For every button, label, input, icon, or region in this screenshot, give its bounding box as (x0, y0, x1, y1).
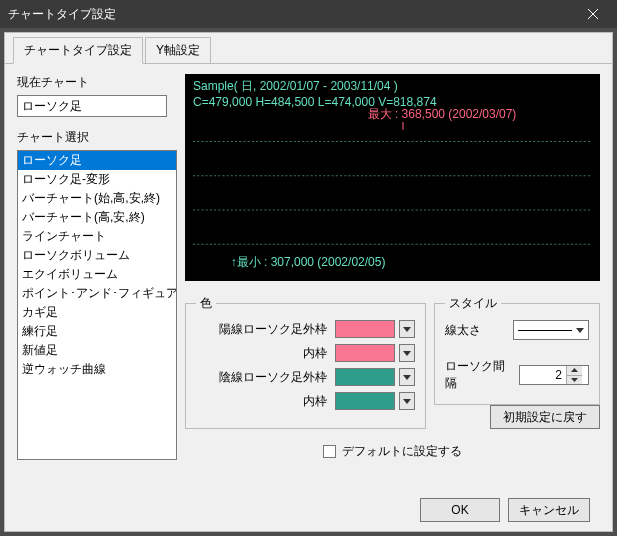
up-outer-color[interactable] (335, 320, 395, 338)
chart-type-item[interactable]: ローソク足 (18, 151, 176, 170)
chart-select-label: チャート選択 (17, 129, 177, 146)
down-outer-dropdown[interactable] (399, 368, 415, 386)
spin-down[interactable] (567, 376, 582, 385)
down-outer-color[interactable] (335, 368, 395, 386)
restore-defaults-button[interactable]: 初期設定に戻す (490, 405, 600, 429)
set-default-label: デフォルトに設定する (342, 443, 462, 460)
line-thickness-select[interactable] (513, 320, 589, 340)
up-inner-dropdown[interactable] (399, 344, 415, 362)
down-inner-dropdown[interactable] (399, 392, 415, 410)
chart-preview: Sample( 日, 2002/01/07 - 2003/11/04 ) C=4… (185, 74, 600, 281)
style-legend: スタイル (445, 295, 501, 312)
preview-title-line: Sample( 日, 2002/01/07 - 2003/11/04 ) (193, 78, 592, 95)
title-bar: チャートタイプ設定 (0, 0, 617, 28)
chart-type-item[interactable]: バーチャート(高,安,終) (18, 208, 176, 227)
candle-spacing-input[interactable] (520, 366, 566, 384)
chart-type-item[interactable]: バーチャート(始,高,安,終) (18, 189, 176, 208)
chart-type-list[interactable]: ローソク足ローソク足-変形バーチャート(始,高,安,終)バーチャート(高,安,終… (17, 150, 177, 460)
down-outer-label: 陰線ローソク足外枠 (196, 369, 331, 386)
cancel-button[interactable]: キャンセル (508, 498, 590, 522)
spin-up[interactable] (567, 366, 582, 376)
close-button[interactable] (577, 2, 609, 26)
down-inner-color[interactable] (335, 392, 395, 410)
up-outer-label: 陽線ローソク足外枠 (196, 321, 331, 338)
tab-y-axis[interactable]: Y軸設定 (145, 37, 211, 63)
tab-bar: チャートタイプ設定 Y軸設定 (5, 33, 612, 64)
set-default-checkbox[interactable] (323, 445, 336, 458)
chart-type-item[interactable]: カギ足 (18, 303, 176, 322)
ok-button[interactable]: OK (420, 498, 500, 522)
chart-type-item[interactable]: 新値足 (18, 341, 176, 360)
up-inner-label: 内枠 (196, 345, 331, 362)
down-inner-label: 内枠 (196, 393, 331, 410)
chart-type-item[interactable]: ローソクボリューム (18, 246, 176, 265)
up-inner-color[interactable] (335, 344, 395, 362)
current-chart-label: 現在チャート (17, 74, 177, 91)
chart-type-item[interactable]: ラインチャート (18, 227, 176, 246)
candle-spacing-spinner[interactable] (519, 365, 589, 385)
chart-type-item[interactable]: ローソク足-変形 (18, 170, 176, 189)
color-legend: 色 (196, 295, 216, 312)
candle-spacing-label: ローソク間隔 (445, 358, 507, 392)
chart-type-item[interactable]: ポイント･アンド･フィギュア (18, 284, 176, 303)
chart-type-item[interactable]: 逆ウォッチ曲線 (18, 360, 176, 379)
style-group: スタイル 線太さ ローソク間隔 (434, 295, 600, 405)
preview-max-label: 最大 : 368,500 (2002/03/07) (368, 106, 517, 123)
color-group: 色 陽線ローソク足外枠 内枠 (185, 295, 426, 429)
up-outer-dropdown[interactable] (399, 320, 415, 338)
line-thickness-label: 線太さ (445, 322, 507, 339)
chart-type-item[interactable]: エクイボリューム (18, 265, 176, 284)
current-chart-field[interactable]: ローソク足 (17, 95, 167, 117)
tab-chart-type[interactable]: チャートタイプ設定 (13, 37, 143, 64)
chart-type-item[interactable]: 練行足 (18, 322, 176, 341)
window-title: チャートタイプ設定 (8, 6, 116, 23)
